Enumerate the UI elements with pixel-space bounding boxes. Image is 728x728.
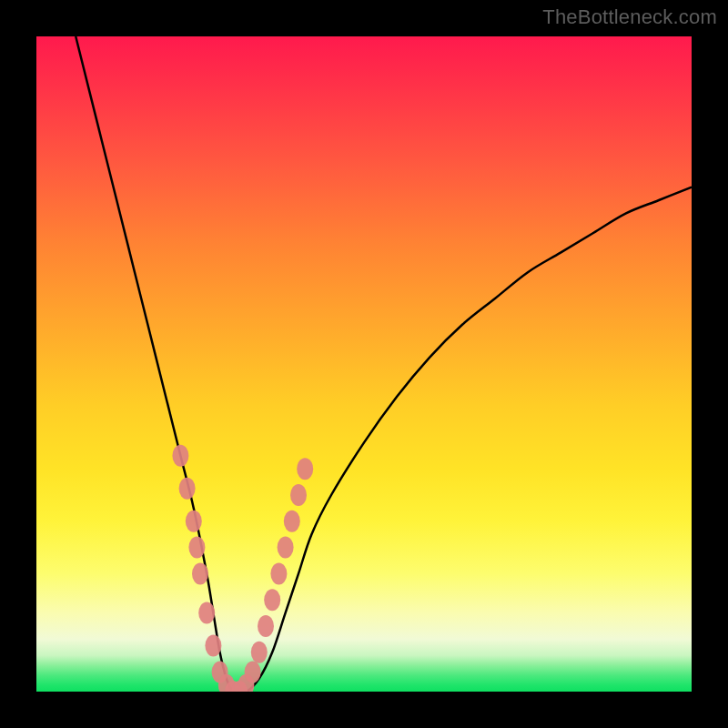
marker-point (179, 478, 196, 500)
watermark-text: TheBottleneck.com (542, 5, 717, 29)
plot-area (36, 36, 692, 692)
marker-point (198, 602, 215, 624)
curve-layer (36, 36, 692, 692)
marker-point (264, 589, 280, 611)
marker-point (251, 642, 268, 663)
marker-point (270, 562, 287, 584)
marker-point (297, 458, 313, 480)
marker-point (172, 445, 188, 467)
marker-point (192, 562, 208, 584)
marker-point (284, 511, 300, 532)
marker-point (290, 484, 307, 506)
bottleneck-curve-path (76, 36, 692, 692)
bottleneck-curve (76, 36, 692, 692)
marker-point (188, 537, 205, 559)
highlighted-points (172, 445, 313, 692)
marker-point (186, 511, 202, 532)
marker-point (245, 661, 261, 682)
chart-container: TheBottleneck.com (0, 0, 728, 728)
marker-point (278, 537, 294, 559)
marker-point (205, 635, 221, 657)
marker-point (258, 615, 274, 637)
